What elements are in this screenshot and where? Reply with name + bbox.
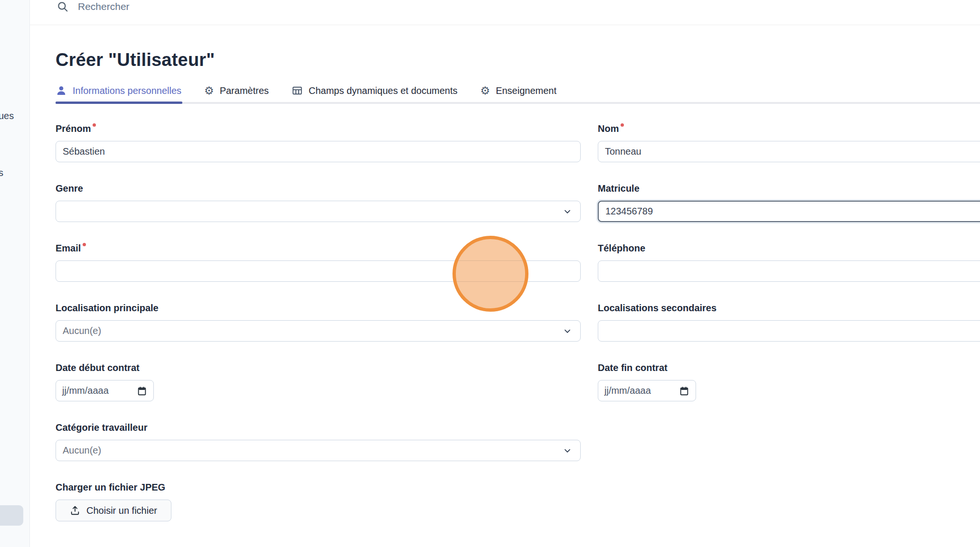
- tab-label: Informations personnelles: [73, 85, 181, 96]
- tab-label: Enseignement: [496, 85, 556, 96]
- date-debut-input[interactable]: jj/mm/aaaa: [56, 380, 154, 401]
- field-prenom: Prénom: [56, 122, 581, 162]
- field-label: Date fin contrat: [598, 361, 668, 374]
- page-title: Créer "Utilisateur": [56, 49, 980, 71]
- app-window: ues s Créer "Utilisateur": [0, 0, 980, 547]
- email-input[interactable]: [56, 260, 581, 282]
- selected-value: Aucun(e): [63, 325, 101, 336]
- field-label: Localisation principale: [56, 301, 159, 315]
- tab-enseignement[interactable]: ⚙ Enseignement: [481, 85, 558, 104]
- chevron-down-icon: [562, 326, 573, 336]
- main-panel: Créer "Utilisateur" Informations personn…: [30, 0, 980, 547]
- chevron-down-icon: [562, 206, 573, 217]
- gear-icon: ⚙: [204, 85, 214, 96]
- tab-parametres[interactable]: ⚙ Paramètres: [204, 85, 270, 104]
- field-label: Charger un fichier JPEG: [56, 481, 165, 494]
- person-icon: [56, 85, 67, 96]
- localisation-principale-select[interactable]: Aucun(e): [56, 320, 581, 342]
- genre-select[interactable]: [56, 201, 581, 222]
- gear-icon: ⚙: [481, 85, 490, 96]
- field-label: Nom: [598, 122, 619, 135]
- sidebar-item-label-truncated[interactable]: s: [0, 167, 3, 178]
- tab-label: Paramètres: [220, 85, 269, 96]
- prenom-input[interactable]: [56, 141, 581, 162]
- field-label: Catégorie travailleur: [56, 421, 147, 434]
- user-form: Prénom Nom Genre: [56, 122, 980, 521]
- upload-icon: [70, 505, 80, 516]
- calendar-icon[interactable]: [137, 386, 147, 396]
- field-matricule: Matricule: [598, 182, 980, 222]
- calendar-icon[interactable]: [679, 386, 689, 396]
- choisir-fichier-button[interactable]: Choisir un fichier: [56, 500, 171, 521]
- search-bar: [30, 0, 980, 25]
- required-marker: [83, 243, 86, 246]
- field-label: Prénom: [56, 122, 91, 135]
- tab-label: Champs dynamiques et documents: [309, 85, 458, 96]
- button-label: Choisir un fichier: [86, 505, 157, 516]
- field-fichier-jpeg: Charger un fichier JPEG Choisir un fichi…: [56, 481, 581, 521]
- field-localisations-secondaires: Localisations secondaires: [598, 301, 980, 342]
- search-icon: [57, 0, 69, 13]
- field-date-fin: Date fin contrat jj/mm/aaaa: [598, 361, 980, 401]
- field-label: Localisations secondaires: [598, 301, 716, 315]
- field-date-debut: Date début contrat jj/mm/aaaa: [56, 361, 581, 401]
- tab-informations-personnelles[interactable]: Informations personnelles: [56, 85, 182, 104]
- date-fin-input[interactable]: jj/mm/aaaa: [598, 380, 696, 401]
- field-nom: Nom: [598, 122, 980, 162]
- sidebar-collapsed-button[interactable]: [0, 505, 23, 526]
- selected-value: Aucun(e): [63, 445, 101, 456]
- matricule-input[interactable]: [598, 201, 980, 222]
- field-label: Date début contrat: [56, 361, 140, 374]
- categorie-travailleur-select[interactable]: Aucun(e): [56, 440, 581, 461]
- search-input[interactable]: [77, 0, 364, 13]
- required-marker: [93, 123, 96, 127]
- date-placeholder: jj/mm/aaaa: [604, 385, 651, 396]
- sidebar: ues s: [0, 0, 30, 547]
- tab-champs-dynamiques[interactable]: Champs dynamiques et documents: [292, 85, 459, 104]
- field-label: Email: [56, 241, 81, 255]
- nom-input[interactable]: [598, 141, 980, 162]
- localisations-secondaires-input[interactable]: [598, 320, 980, 342]
- tab-bar: Informations personnelles ⚙ Paramètres: [56, 85, 980, 104]
- field-genre: Genre: [56, 182, 581, 222]
- chevron-down-icon: [562, 445, 573, 456]
- field-label: Genre: [56, 182, 83, 195]
- field-label: Téléphone: [598, 241, 645, 255]
- field-localisation-principale: Localisation principale Aucun(e): [56, 301, 581, 342]
- date-placeholder: jj/mm/aaaa: [62, 385, 109, 396]
- table-icon: [292, 85, 303, 96]
- field-label: Matricule: [598, 182, 640, 195]
- sidebar-item-label-truncated[interactable]: ues: [0, 111, 14, 121]
- field-categorie-travailleur: Catégorie travailleur Aucun(e): [56, 421, 581, 461]
- telephone-input[interactable]: [598, 260, 980, 282]
- required-marker: [621, 123, 624, 127]
- field-telephone: Téléphone: [598, 241, 980, 282]
- field-email: Email: [56, 241, 581, 282]
